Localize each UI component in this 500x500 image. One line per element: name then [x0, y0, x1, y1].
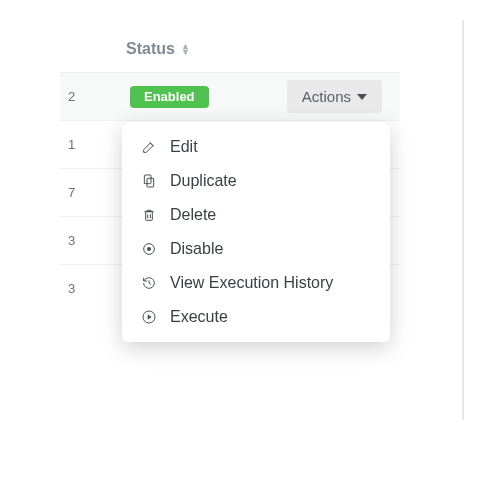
column-header-status[interactable]: Status ▲▼ [60, 30, 400, 72]
menu-item-label: Delete [170, 206, 216, 224]
menu-item-edit[interactable]: Edit [122, 130, 390, 164]
svg-rect-1 [147, 178, 154, 187]
menu-item-disable[interactable]: Disable [122, 232, 390, 266]
menu-item-execute[interactable]: Execute [122, 300, 390, 334]
vertical-divider [462, 20, 464, 420]
actions-button-label: Actions [302, 88, 351, 105]
column-header-label: Status [126, 40, 175, 58]
actions-dropdown: Edit Duplicate Delete Disable View Execu… [122, 122, 390, 342]
row-leading-char: 3 [68, 233, 82, 248]
actions-button[interactable]: Actions [287, 80, 382, 113]
row-leading-char: 7 [68, 185, 82, 200]
disable-icon [140, 240, 158, 258]
menu-item-label: View Execution History [170, 274, 333, 292]
row-leading-char: 1 [68, 137, 82, 152]
row-leading-char: 3 [68, 281, 82, 296]
menu-item-label: Edit [170, 138, 198, 156]
svg-point-4 [147, 247, 151, 251]
trash-icon [140, 206, 158, 224]
menu-item-delete[interactable]: Delete [122, 198, 390, 232]
row-leading-char: 2 [68, 89, 82, 104]
status-badge: Enabled [130, 86, 209, 108]
sort-icon: ▲▼ [181, 43, 190, 55]
play-icon [140, 308, 158, 326]
svg-rect-2 [146, 212, 153, 221]
menu-item-label: Execute [170, 308, 228, 326]
edit-icon [140, 138, 158, 156]
menu-item-label: Disable [170, 240, 223, 258]
menu-item-duplicate[interactable]: Duplicate [122, 164, 390, 198]
menu-item-label: Duplicate [170, 172, 237, 190]
duplicate-icon [140, 172, 158, 190]
menu-item-view-history[interactable]: View Execution History [122, 266, 390, 300]
svg-rect-0 [144, 175, 151, 184]
caret-down-icon [357, 94, 367, 100]
history-icon [140, 274, 158, 292]
table-row: 2 Enabled Actions [60, 72, 400, 120]
